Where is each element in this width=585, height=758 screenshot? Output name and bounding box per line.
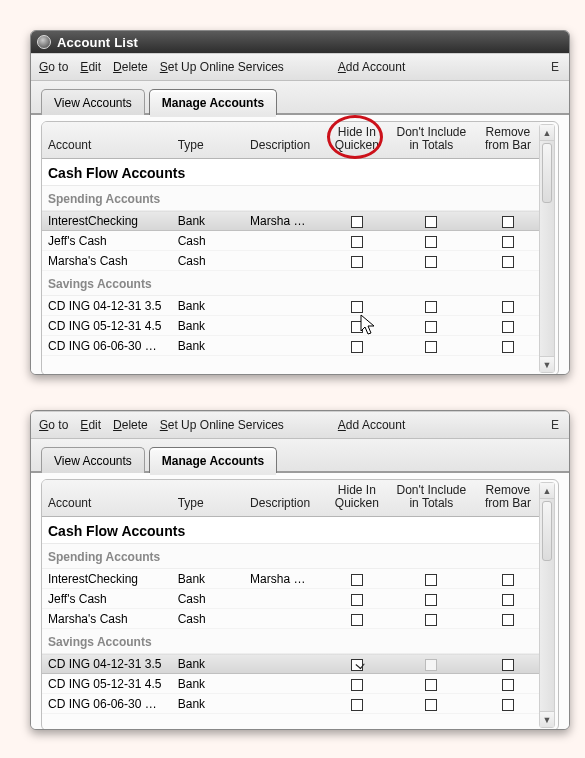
- menu-goto[interactable]: Go to: [39, 60, 68, 74]
- checkbox-remove[interactable]: [502, 679, 514, 691]
- table-row[interactable]: InterestChecking Bank Marsha …: [42, 211, 540, 231]
- col-description[interactable]: Description: [244, 480, 327, 517]
- tab-body: Account Type Description Hide InQuicken …: [31, 473, 569, 729]
- titlebar[interactable]: Account List: [31, 31, 569, 53]
- menu-online[interactable]: Set Up Online Services: [160, 418, 284, 432]
- menu-delete[interactable]: Delete: [113, 418, 148, 432]
- col-dont-include[interactable]: Don't Includein Totals: [387, 480, 476, 517]
- checkbox-hide[interactable]: [351, 341, 363, 353]
- menu-edit[interactable]: Edit: [80, 418, 101, 432]
- checkbox-dont-include[interactable]: [425, 341, 437, 353]
- menu-goto[interactable]: Go to: [39, 418, 68, 432]
- menu-add[interactable]: Add Account: [338, 60, 405, 74]
- table-row[interactable]: Jeff's Cash Cash: [42, 231, 540, 251]
- checkbox-remove[interactable]: [502, 216, 514, 228]
- checkbox-hide[interactable]: [351, 659, 363, 671]
- checkbox-hide[interactable]: [351, 216, 363, 228]
- checkbox-dont-include[interactable]: [425, 256, 437, 268]
- checkbox-dont-include[interactable]: [425, 699, 437, 711]
- checkbox-dont-include[interactable]: [425, 574, 437, 586]
- checkbox-remove[interactable]: [502, 614, 514, 626]
- scroll-down-icon[interactable]: ▼: [540, 711, 554, 727]
- checkbox-remove[interactable]: [502, 574, 514, 586]
- col-type[interactable]: Type: [172, 480, 244, 517]
- checkbox-hide[interactable]: [351, 699, 363, 711]
- checkbox-hide[interactable]: [351, 301, 363, 313]
- checkbox-remove[interactable]: [502, 659, 514, 671]
- checkbox-dont-include[interactable]: [425, 659, 437, 671]
- column-headers: Account Type Description Hide InQuicken …: [42, 480, 540, 517]
- checkbox-dont-include[interactable]: [425, 679, 437, 691]
- vertical-scrollbar[interactable]: ▲ ▼: [539, 482, 555, 728]
- accounts-table: Account Type Description Hide InQuicken …: [42, 480, 540, 714]
- table-row[interactable]: CD ING 04-12-31 3.5 Bank: [42, 296, 540, 316]
- col-remove-from-bar[interactable]: Removefrom Bar: [476, 122, 540, 159]
- col-dont-include[interactable]: Don't Includein Totals: [387, 122, 476, 159]
- scroll-up-icon[interactable]: ▲: [540, 483, 554, 499]
- menubar: Go to Edit Delete Set Up Online Services…: [31, 53, 569, 81]
- account-list-window-before: Account List Go to Edit Delete Set Up On…: [30, 30, 570, 375]
- menu-edit[interactable]: Edit: [80, 60, 101, 74]
- col-hide-in-quicken[interactable]: Hide InQuicken: [327, 122, 387, 159]
- checkbox-hide[interactable]: [351, 594, 363, 606]
- tabstrip: View Accounts Manage Accounts: [31, 81, 569, 115]
- column-headers: Account Type Description Hide InQuicken …: [42, 122, 540, 159]
- table-row[interactable]: Marsha's Cash Cash: [42, 609, 540, 629]
- subhead-spending: Spending Accounts: [42, 544, 540, 569]
- scroll-down-icon[interactable]: ▼: [540, 356, 554, 372]
- tab-view-accounts[interactable]: View Accounts: [41, 89, 145, 115]
- checkbox-remove[interactable]: [502, 594, 514, 606]
- account-list-window-after: Go to Edit Delete Set Up Online Services…: [30, 410, 570, 730]
- window-title: Account List: [57, 35, 138, 50]
- table-row[interactable]: Marsha's Cash Cash: [42, 251, 540, 271]
- tabstrip: View Accounts Manage Accounts: [31, 439, 569, 473]
- menu-add[interactable]: Add Account: [338, 418, 405, 432]
- col-account[interactable]: Account: [42, 480, 172, 517]
- checkbox-dont-include[interactable]: [425, 301, 437, 313]
- checkbox-remove[interactable]: [502, 236, 514, 248]
- tab-view-accounts[interactable]: View Accounts: [41, 447, 145, 473]
- checkbox-hide[interactable]: [351, 679, 363, 691]
- table-row[interactable]: Jeff's Cash Cash: [42, 589, 540, 609]
- col-description[interactable]: Description: [244, 122, 327, 159]
- checkbox-dont-include[interactable]: [425, 216, 437, 228]
- checkbox-hide[interactable]: [351, 321, 363, 333]
- checkbox-dont-include[interactable]: [425, 614, 437, 626]
- scroll-thumb[interactable]: [542, 143, 552, 203]
- tab-manage-accounts[interactable]: Manage Accounts: [149, 89, 277, 115]
- checkbox-dont-include[interactable]: [425, 594, 437, 606]
- subhead-savings: Savings Accounts: [42, 629, 540, 654]
- table-row[interactable]: InterestChecking Bank Marsha …: [42, 569, 540, 589]
- table-row[interactable]: CD ING 04-12-31 3.5 Bank: [42, 654, 540, 674]
- menu-delete[interactable]: Delete: [113, 60, 148, 74]
- col-account[interactable]: Account: [42, 122, 172, 159]
- scroll-thumb[interactable]: [542, 501, 552, 561]
- table-row[interactable]: CD ING 05-12-31 4.5 Bank: [42, 316, 540, 336]
- col-hide-in-quicken[interactable]: Hide InQuicken: [327, 480, 387, 517]
- checkbox-remove[interactable]: [502, 321, 514, 333]
- col-remove-from-bar[interactable]: Removefrom Bar: [476, 480, 540, 517]
- menu-cut-right[interactable]: E: [551, 418, 561, 432]
- checkbox-remove[interactable]: [502, 256, 514, 268]
- checkbox-dont-include[interactable]: [425, 236, 437, 248]
- table-row[interactable]: CD ING 06-06-30 … Bank: [42, 694, 540, 714]
- checkbox-hide[interactable]: [351, 236, 363, 248]
- checkbox-hide[interactable]: [351, 574, 363, 586]
- checkbox-hide[interactable]: [351, 614, 363, 626]
- table-row[interactable]: CD ING 06-06-30 … Bank: [42, 336, 540, 356]
- vertical-scrollbar[interactable]: ▲ ▼: [539, 124, 555, 373]
- checkbox-hide[interactable]: [351, 256, 363, 268]
- tab-manage-accounts[interactable]: Manage Accounts: [149, 447, 277, 473]
- subhead-spending: Spending Accounts: [42, 186, 540, 211]
- menu-online[interactable]: Set Up Online Services: [160, 60, 284, 74]
- scroll-up-icon[interactable]: ▲: [540, 125, 554, 141]
- table-row[interactable]: CD ING 05-12-31 4.5 Bank: [42, 674, 540, 694]
- checkbox-remove[interactable]: [502, 699, 514, 711]
- checkbox-remove[interactable]: [502, 341, 514, 353]
- col-type[interactable]: Type: [172, 122, 244, 159]
- menu-cut-right[interactable]: E: [551, 60, 561, 74]
- checkbox-dont-include[interactable]: [425, 321, 437, 333]
- app-icon: [37, 35, 51, 49]
- checkbox-remove[interactable]: [502, 301, 514, 313]
- menubar: Go to Edit Delete Set Up Online Services…: [31, 411, 569, 439]
